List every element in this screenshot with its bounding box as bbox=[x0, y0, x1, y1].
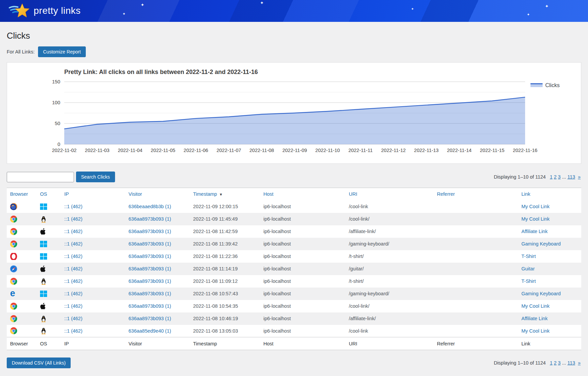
link-name-link[interactable]: Gaming Keyboard bbox=[521, 291, 561, 296]
pagination-page-link[interactable]: 1 bbox=[550, 174, 552, 180]
ip-link[interactable]: ::1 (462) bbox=[64, 328, 82, 334]
link-name-link[interactable]: Affiliate Link bbox=[521, 229, 548, 234]
windows-icon bbox=[40, 241, 47, 246]
pagination-page-link[interactable]: 3 bbox=[558, 174, 561, 180]
app-header: pretty links ✦ ✦ ✦ ✦ ✦ ✦ bbox=[0, 0, 588, 22]
link-name-link[interactable]: My Cool Link bbox=[521, 328, 550, 334]
ip-link[interactable]: ::1 (462) bbox=[64, 303, 82, 309]
uri-cell: /affiliate-link/ bbox=[345, 225, 434, 238]
logo-text: pretty links bbox=[34, 5, 81, 16]
host-cell: ip6-localhost bbox=[260, 325, 345, 337]
host-cell: ip6-localhost bbox=[260, 300, 345, 312]
timestamp-cell: 2022-11-09 11:45:49 bbox=[190, 213, 260, 225]
svg-text:50: 50 bbox=[55, 121, 60, 126]
svg-text:2022-11-12: 2022-11-12 bbox=[381, 148, 406, 153]
firefox-icon bbox=[10, 203, 17, 209]
ip-link[interactable]: ::1 (462) bbox=[64, 254, 82, 259]
linux-icon bbox=[40, 278, 47, 284]
search-input[interactable] bbox=[7, 172, 74, 182]
sparkle-icon: ✦ bbox=[527, 13, 530, 16]
referrer-cell bbox=[434, 312, 518, 325]
svg-text:2022-11-16: 2022-11-16 bbox=[513, 148, 537, 153]
pagination-page-link[interactable]: 2 bbox=[554, 174, 557, 180]
link-name-link[interactable]: Affiliate Link bbox=[521, 316, 548, 321]
table-row: ::1 (462)636aa8973b093 (1)2022-11-09 11:… bbox=[7, 213, 581, 225]
column-header-browser[interactable]: Browser bbox=[7, 188, 37, 200]
pagination-page-link[interactable]: 1 bbox=[550, 360, 552, 366]
column-header-os[interactable]: OS bbox=[37, 188, 61, 200]
windows-icon bbox=[40, 203, 47, 209]
column-header-uri[interactable]: URI bbox=[345, 188, 434, 200]
link-name-link[interactable]: T-Shirt bbox=[521, 254, 536, 259]
timestamp-cell: 2022-11-09 12:00:15 bbox=[190, 200, 260, 213]
svg-text:2022-11-13: 2022-11-13 bbox=[414, 148, 439, 153]
visitor-link[interactable]: 636aa8973b093 (1) bbox=[128, 216, 171, 222]
chrome-icon bbox=[10, 216, 17, 221]
sparkle-icon: ✦ bbox=[411, 7, 414, 11]
link-name-link[interactable]: Guitar bbox=[521, 266, 535, 271]
svg-text:2022-11-11: 2022-11-11 bbox=[348, 148, 373, 153]
pagination-next-link[interactable]: » bbox=[578, 360, 581, 366]
ip-link[interactable]: ::1 (462) bbox=[64, 241, 82, 247]
search-clicks-button[interactable]: Search Clicks bbox=[76, 172, 115, 182]
table-row: ::1 (462)636aa8973b093 (1)2022-11-08 11:… bbox=[7, 263, 581, 275]
column-header-referrer[interactable]: Referrer bbox=[434, 188, 518, 200]
link-name-link[interactable]: My Cool Link bbox=[521, 216, 550, 222]
svg-text:2022-11-15: 2022-11-15 bbox=[480, 148, 505, 153]
referrer-cell bbox=[434, 200, 518, 213]
uri-cell: /guitar/ bbox=[345, 263, 434, 275]
pretty-links-logo: pretty links bbox=[9, 3, 81, 18]
ip-link[interactable]: ::1 (462) bbox=[64, 291, 82, 296]
pagination-last-page-link[interactable]: 113 bbox=[567, 174, 575, 180]
link-name-link[interactable]: My Cool Link bbox=[521, 303, 550, 309]
customize-report-button[interactable]: Customize Report bbox=[38, 46, 86, 57]
link-name-link[interactable]: Gaming Keyboard bbox=[521, 241, 561, 247]
pagination-page-link[interactable]: 2 bbox=[554, 360, 557, 366]
table-row: ::1 (462)636aa8973b093 (1)2022-11-08 11:… bbox=[7, 225, 581, 238]
uri-cell: /t-shirt/ bbox=[345, 250, 434, 263]
visitor-link[interactable]: 636aa8973b093 (1) bbox=[128, 254, 171, 259]
ip-link[interactable]: ::1 (462) bbox=[64, 278, 82, 284]
pagination-last-page-link[interactable]: 113 bbox=[567, 360, 575, 366]
visitor-link[interactable]: 636aa8973b093 (1) bbox=[128, 229, 171, 234]
host-cell: ip6-localhost bbox=[260, 213, 345, 225]
ip-link[interactable]: ::1 (462) bbox=[64, 216, 82, 222]
timestamp-cell: 2022-11-08 11:39:42 bbox=[190, 238, 260, 250]
for-all-links-label: For All Links: bbox=[7, 49, 35, 54]
column-header-ip[interactable]: IP bbox=[61, 188, 125, 200]
visitor-link[interactable]: 636aa8973b093 (1) bbox=[128, 303, 171, 309]
host-cell: ip6-localhost bbox=[260, 250, 345, 263]
timestamp-cell: 2022-11-08 11:22:36 bbox=[190, 250, 260, 263]
visitor-link[interactable]: 636aa8973b093 (1) bbox=[128, 278, 171, 284]
pagination-page-link[interactable]: 3 bbox=[558, 360, 561, 366]
chrome-icon bbox=[10, 241, 17, 246]
footer-column-header-timestamp: Timestamp bbox=[190, 337, 260, 350]
svg-text:2022-11-06: 2022-11-06 bbox=[184, 148, 208, 153]
visitor-link[interactable]: 636aa8973b093 (1) bbox=[128, 316, 171, 321]
column-header-host[interactable]: Host bbox=[260, 188, 345, 200]
pagination-next-link[interactable]: » bbox=[578, 174, 581, 180]
svg-text:2022-11-14: 2022-11-14 bbox=[447, 148, 472, 153]
visitor-link[interactable]: 636aa8973b093 (1) bbox=[128, 291, 171, 296]
ip-link[interactable]: ::1 (462) bbox=[64, 266, 82, 271]
ip-link[interactable]: ::1 (462) bbox=[64, 204, 82, 209]
pagination-top: Displaying 1–10 of 1124123...113 » bbox=[494, 174, 581, 180]
linux-icon bbox=[40, 315, 47, 321]
table-row: ::1 (462)636aa8973b093 (1)2022-11-08 11:… bbox=[7, 275, 581, 288]
ip-link[interactable]: ::1 (462) bbox=[64, 316, 82, 321]
host-cell: ip6-localhost bbox=[260, 312, 345, 325]
link-name-link[interactable]: My Cool Link bbox=[521, 204, 550, 209]
download-csv-button[interactable]: Download CSV (All Links) bbox=[7, 358, 71, 368]
column-header-timestamp[interactable]: Timestamp▼ bbox=[190, 188, 260, 200]
visitor-link[interactable]: 636aa85ed9e40 (1) bbox=[128, 328, 171, 334]
link-name-link[interactable]: T-Shirt bbox=[521, 278, 536, 284]
ip-link[interactable]: ::1 (462) bbox=[64, 229, 82, 234]
visitor-link[interactable]: 636beaaed8b3b (1) bbox=[128, 204, 171, 209]
visitor-link[interactable]: 636aa8973b093 (1) bbox=[128, 241, 171, 247]
svg-text:150: 150 bbox=[52, 79, 60, 84]
chrome-icon bbox=[10, 315, 17, 321]
visitor-link[interactable]: 636aa8973b093 (1) bbox=[128, 266, 171, 271]
column-header-link[interactable]: Link bbox=[518, 188, 581, 200]
column-header-visitor[interactable]: Visitor bbox=[125, 188, 190, 200]
pagination-ellipsis: ... bbox=[562, 360, 566, 366]
